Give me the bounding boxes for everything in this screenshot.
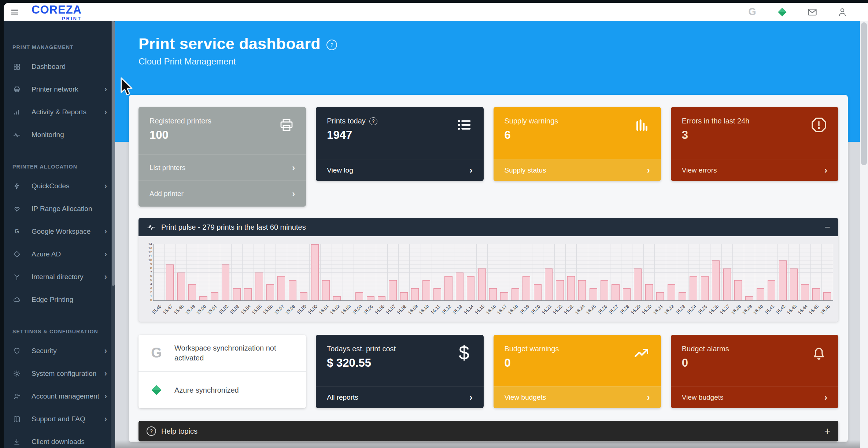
sidebar-item-label: Internal directory [32, 273, 104, 281]
help-topics-bar[interactable]: ? Help topics + [138, 421, 838, 441]
google-g-icon: G [148, 345, 165, 362]
x-tick-label: 16:01 [318, 304, 330, 315]
x-tick-label: 15:49 [184, 304, 196, 315]
chevron-right-icon: › [104, 181, 107, 191]
chart-bar [734, 280, 742, 300]
view-budgets-action[interactable]: View budgets › [671, 386, 838, 408]
sidebar-item-security[interactable]: Security› [4, 340, 115, 362]
page-help-icon[interactable]: ? [326, 40, 337, 50]
chart-bar [790, 269, 798, 300]
chart-slot: 16:26 [599, 244, 610, 300]
user-plus-icon [12, 392, 21, 401]
chart-slot: 16:33 [677, 244, 688, 300]
user-icon[interactable] [837, 7, 848, 18]
chevron-right-icon: › [470, 393, 473, 402]
azure-diamond-icon[interactable] [777, 7, 788, 18]
google-icon[interactable]: G [747, 7, 758, 18]
page-scrollbar[interactable] [860, 21, 868, 448]
list-printers-action[interactable]: List printers › [138, 155, 306, 181]
view-log-action[interactable]: View log › [316, 159, 483, 181]
sidebar-item-azure-ad[interactable]: Azure AD› [4, 243, 115, 266]
budget-warnings-card: Budget warnings 0 View budgets › [494, 335, 661, 408]
sidebar-item-label: System configuration [32, 370, 104, 378]
coreza-logo[interactable]: COREZA PRINT [32, 4, 82, 21]
sidebar-scrollbar-thumb[interactable] [112, 21, 115, 286]
printer-icon [277, 116, 296, 134]
prints-today-help-icon[interactable]: ? [369, 117, 377, 125]
card-value: 0 [505, 356, 650, 370]
chart-bar [467, 276, 474, 300]
sidebar-item-label: Activity & Reports [32, 108, 104, 116]
sidebar-item-quickcodes[interactable]: QuickCodes› [4, 175, 115, 197]
collapse-icon[interactable]: − [825, 222, 830, 233]
chart-slot: 16:14 [465, 244, 476, 300]
sidebar-item-support-and-faq[interactable]: Support and FAQ› [4, 408, 115, 430]
card-value: 0 [682, 356, 827, 370]
chevron-right-icon: › [104, 346, 107, 356]
view-errors-action[interactable]: View errors › [671, 159, 838, 181]
chevron-right-icon: › [104, 272, 107, 282]
chart-bar [801, 284, 809, 300]
chevron-right-icon: › [292, 189, 295, 198]
chart-slot: 15:47 [165, 244, 176, 300]
chart-bar [355, 292, 363, 300]
x-tick-label: 16:20 [529, 304, 541, 315]
view-budgets-action[interactable]: View budgets › [494, 386, 661, 408]
supply-warnings-card: Supply warnings 6 Supply status › [494, 107, 661, 181]
add-printer-action[interactable]: Add printer › [138, 181, 306, 207]
x-tick-label: 15:47 [162, 304, 174, 315]
sidebar-item-google-workspace[interactable]: GGoogle Workspace› [4, 220, 115, 243]
y-tick-label: 4 [150, 282, 152, 286]
x-tick-label: 16:15 [474, 304, 485, 315]
chart-slot: 16:10 [421, 244, 432, 300]
x-tick-label: 16:27 [607, 304, 619, 315]
card-value: 1947 [327, 129, 472, 142]
sync-text: Workspace synchronization not activated [174, 343, 296, 363]
sidebar-item-label: Printer network [32, 85, 104, 93]
hamburger-menu-icon[interactable] [10, 7, 20, 17]
errors-card: Errors in the last 24h 3 View errors › [671, 107, 838, 181]
sidebar-item-system-configuration[interactable]: System configuration› [4, 362, 115, 385]
x-tick-label: 15:52 [218, 304, 229, 315]
chart-slot: 16:18 [510, 244, 521, 300]
sidebar-item-activity-reports[interactable]: Activity & Reports› [4, 101, 115, 123]
sidebar-section-title: SETTINGS & CONFIGURATION [4, 323, 115, 340]
x-tick-label: 16:10 [418, 304, 430, 315]
sidebar-scrollbar[interactable] [111, 21, 115, 448]
chart-body: 0123456789101112131415:4615:4715:4815:49… [138, 236, 838, 322]
sidebar-section: SETTINGS & CONFIGURATIONSecurity›System … [4, 323, 115, 448]
chart-slot: 16:29 [632, 244, 643, 300]
y-tick-label: 12 [148, 251, 152, 254]
chart-slot: 15:56 [265, 244, 276, 300]
print-cost-card: Todays est. print cost $ 320.55 $ All re… [316, 335, 483, 408]
sidebar-item-monitoring[interactable]: Monitoring [4, 123, 115, 146]
lightning-icon [12, 182, 21, 190]
chart-bar [433, 288, 441, 300]
all-reports-action[interactable]: All reports › [316, 386, 483, 408]
y-tick-label: 9 [150, 263, 152, 266]
gear-icon [12, 369, 21, 378]
sidebar-item-edge-printing[interactable]: Edge Printing [4, 288, 115, 311]
mail-icon[interactable] [807, 7, 818, 18]
x-tick-label: 16:25 [585, 304, 597, 315]
sidebar-item-internal-directory[interactable]: Internal directory› [4, 266, 115, 288]
chart-slot: 16:27 [610, 244, 621, 300]
sidebar-item-client-downloads[interactable]: Client downloads [4, 430, 115, 448]
sidebar-item-ip-range-allocation[interactable]: IP Range Allocation [4, 197, 115, 220]
sidebar-item-account-management[interactable]: Account management› [4, 385, 115, 408]
chart-slot: 16:09 [410, 244, 421, 300]
branch-icon [12, 273, 21, 281]
chart-bar [422, 280, 430, 300]
page-scrollbar-thumb[interactable] [861, 22, 867, 165]
expand-icon[interactable]: + [824, 425, 830, 437]
sidebar-item-printer-network[interactable]: Printer network› [4, 78, 115, 101]
chart-slot: 16:39 [744, 244, 755, 300]
sidebar-item-dashboard[interactable]: Dashboard [4, 55, 115, 78]
sidebar-item-label: QuickCodes [32, 182, 104, 190]
supply-status-action[interactable]: Supply status › [494, 159, 661, 181]
chart-bar [556, 280, 564, 300]
chart-bar [289, 280, 296, 300]
chart-bar [300, 292, 307, 300]
printer-icon [12, 85, 21, 94]
workspace-sync-row: G Workspace synchronization not activate… [138, 335, 306, 371]
